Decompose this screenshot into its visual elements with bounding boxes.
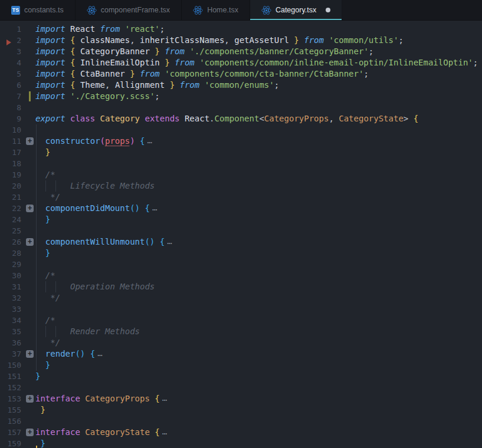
code-text[interactable]: interface CategoryState {…: [35, 427, 482, 438]
code-text[interactable]: }: [35, 404, 482, 416]
code-line[interactable]: 7import './Category.scss';: [0, 91, 482, 102]
code-line[interactable]: 19 /*: [0, 169, 482, 180]
code-line[interactable]: 9export class Category extends React.Com…: [0, 113, 482, 124]
fold-expand-icon[interactable]: +: [26, 395, 34, 403]
code-line[interactable]: 31 Operation Methods: [0, 281, 482, 292]
code-text[interactable]: interface CategoryProps {…: [35, 393, 482, 404]
code-text[interactable]: [35, 124, 482, 136]
fold-gutter: [21, 80, 35, 91]
code-text[interactable]: }: [35, 438, 482, 448]
code-line[interactable]: 17 }: [0, 147, 482, 158]
tab-Home.tsx[interactable]: Home.tsx: [182, 0, 250, 20]
code-line[interactable]: 159 }: [0, 438, 482, 448]
code-line[interactable]: 10: [0, 124, 482, 136]
token: import: [35, 47, 65, 56]
token: './Category.scss': [70, 91, 155, 101]
code-line[interactable]: 18: [0, 158, 482, 169]
code-text[interactable]: */: [35, 292, 482, 304]
code-text[interactable]: Lifecycle Methods: [35, 180, 482, 192]
code-editor[interactable]: 1import React from 'react';2import { cla…: [0, 21, 482, 448]
code-text[interactable]: /*: [35, 169, 482, 180]
code-line[interactable]: 6import { Theme, Allignment } from 'comm…: [0, 80, 482, 91]
code-text[interactable]: }: [35, 371, 482, 382]
code-line[interactable]: 8: [0, 102, 482, 113]
code-text[interactable]: [35, 259, 482, 270]
fold-expand-icon[interactable]: +: [26, 205, 34, 212]
code-line[interactable]: 26+ componentWillUnmount() {…: [0, 236, 482, 248]
code-line[interactable]: 155 }: [0, 404, 482, 416]
fold-expand-icon[interactable]: +: [26, 429, 34, 436]
code-line[interactable]: 152: [0, 382, 482, 393]
code-text[interactable]: /*: [35, 270, 482, 281]
code-text[interactable]: */: [35, 337, 482, 348]
fold-expand-icon[interactable]: +: [26, 137, 34, 145]
code-line[interactable]: 151}: [0, 371, 482, 382]
code-text[interactable]: export class Category extends React.Comp…: [35, 113, 482, 124]
token: }: [35, 371, 40, 381]
code-text[interactable]: componentWillUnmount() {…: [35, 236, 482, 248]
code-line[interactable]: 156: [0, 416, 482, 427]
code-line[interactable]: 22+ componentDidMount() {…: [0, 203, 482, 214]
code-text[interactable]: Render Methods: [35, 326, 482, 337]
fold-gutter: [21, 315, 35, 326]
tab-Category.tsx[interactable]: Category.tsx: [250, 0, 342, 20]
code-text[interactable]: constructor(props) {…: [35, 136, 482, 147]
code-line[interactable]: 24 }: [0, 214, 482, 225]
token: import: [35, 58, 65, 67]
code-text[interactable]: [35, 225, 482, 236]
code-text[interactable]: }: [35, 147, 482, 158]
code-text[interactable]: }: [35, 214, 482, 225]
code-line[interactable]: 1import React from 'react';: [0, 24, 482, 35]
code-text[interactable]: import { CtaBanner } from 'components/co…: [35, 68, 482, 80]
code-text[interactable]: /*: [35, 315, 482, 326]
code-line[interactable]: 30 /*: [0, 270, 482, 281]
code-text[interactable]: }: [35, 360, 482, 371]
code-text[interactable]: import { classNames, inheritClassNames, …: [35, 35, 482, 46]
code-line[interactable]: 5import { CtaBanner } from 'components/c…: [0, 68, 482, 80]
code-text[interactable]: import { InlineEmailOptin } from 'compon…: [35, 57, 482, 68]
tab-componentFrame.tsx[interactable]: componentFrame.tsx: [76, 0, 182, 20]
code-line[interactable]: 36 */: [0, 337, 482, 348]
code-line[interactable]: 33: [0, 304, 482, 315]
code-text[interactable]: [35, 158, 482, 169]
token: }: [45, 147, 50, 157]
code-text[interactable]: [35, 416, 482, 427]
code-line[interactable]: 157+interface CategoryState {…: [0, 427, 482, 438]
code-line[interactable]: 25: [0, 225, 482, 236]
fold-expand-icon[interactable]: +: [26, 238, 34, 246]
code-line[interactable]: 21 */: [0, 192, 482, 203]
code-text[interactable]: import './Category.scss';: [35, 91, 482, 102]
code-text[interactable]: [35, 102, 482, 113]
code-text[interactable]: componentDidMount() {…: [35, 203, 482, 214]
token: [35, 360, 45, 370]
code-line[interactable]: 29: [0, 259, 482, 270]
tab-constants.ts[interactable]: TSconstants.ts: [0, 0, 76, 20]
code-text[interactable]: render() {…: [35, 348, 482, 360]
code-text[interactable]: }: [35, 248, 482, 259]
token: [75, 35, 80, 45]
code-line[interactable]: 37+ render() {…: [0, 348, 482, 360]
token: CategoryBanner: [80, 47, 150, 56]
code-text[interactable]: import React from 'react';: [35, 24, 482, 35]
token: class: [70, 114, 95, 123]
code-text[interactable]: */: [35, 192, 482, 203]
code-text[interactable]: [35, 382, 482, 393]
code-line[interactable]: 2import { classNames, inheritClassNames,…: [0, 35, 482, 46]
code-line[interactable]: 34 /*: [0, 315, 482, 326]
line-number: 155: [0, 404, 21, 416]
code-line[interactable]: 150 }: [0, 360, 482, 371]
code-line[interactable]: 3import { CategoryBanner } from './compo…: [0, 46, 482, 57]
code-text[interactable]: [35, 304, 482, 315]
token: import: [35, 24, 65, 34]
code-text[interactable]: Operation Methods: [35, 281, 482, 292]
fold-expand-icon[interactable]: +: [26, 350, 34, 358]
code-line[interactable]: 35 Render Methods: [0, 326, 482, 337]
code-text[interactable]: import { Theme, Allignment } from 'commo…: [35, 80, 482, 91]
code-line[interactable]: 32 */: [0, 292, 482, 304]
code-line[interactable]: 28 }: [0, 248, 482, 259]
code-line[interactable]: 153+interface CategoryProps {…: [0, 393, 482, 404]
code-line[interactable]: 4import { InlineEmailOptin } from 'compo…: [0, 57, 482, 68]
code-line[interactable]: 11+ constructor(props) {…: [0, 136, 482, 147]
code-line[interactable]: 20 Lifecycle Methods: [0, 180, 482, 192]
code-text[interactable]: import { CategoryBanner } from './compon…: [35, 46, 482, 57]
